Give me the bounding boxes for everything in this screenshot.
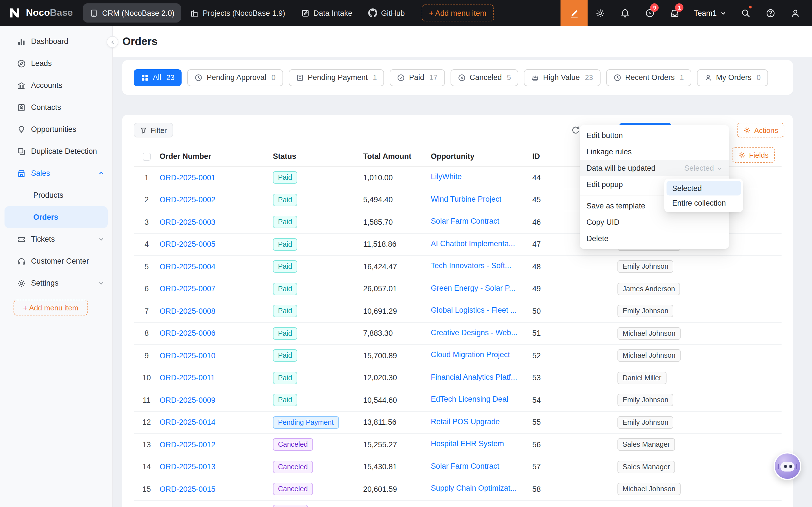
status-badge: Paid <box>273 394 297 406</box>
sidebar-item-accounts[interactable]: Accounts <box>0 74 112 96</box>
order-number-link[interactable]: ORD-2025-0001 <box>160 173 215 182</box>
menu-item-copy-uid[interactable]: Copy UID <box>580 214 729 230</box>
order-number-link[interactable]: ORD-2025-0007 <box>160 285 215 293</box>
opportunity-link[interactable]: Wind Turbine Project <box>431 195 502 203</box>
view-tab-recent-orders[interactable]: Recent Orders 1 <box>606 69 691 86</box>
opportunity-link[interactable]: LilyWhite <box>431 173 462 181</box>
sidebar-item-duplicate-detection[interactable]: Duplicate Detection <box>0 140 112 162</box>
opportunity-link[interactable]: EdTech Licensing Deal <box>431 395 508 404</box>
opportunity-link[interactable]: Supply Chain Optimizat... <box>431 484 517 493</box>
opportunity-link[interactable]: Global Logistics - Fleet ... <box>431 306 517 315</box>
order-number-link[interactable]: ORD-2025-0010 <box>160 351 215 360</box>
top-tab-github[interactable]: GitHub <box>361 3 412 22</box>
sidebar-item-tickets[interactable]: Tickets <box>0 228 112 250</box>
nocobase-logo[interactable]: NocoBase <box>0 6 83 20</box>
order-number-link[interactable]: ORD-2025-0008 <box>160 307 215 316</box>
row-index: 3 <box>134 218 160 226</box>
sidebar-item-leads[interactable]: Leads <box>0 52 112 74</box>
search-button[interactable] <box>733 0 758 26</box>
inbox-button[interactable]: 1 <box>662 0 687 26</box>
sidebar-item-opportunities[interactable]: Opportunities <box>0 118 112 140</box>
opportunity-link[interactable]: Cloud Migration Project <box>431 351 510 359</box>
bank-icon <box>17 81 26 90</box>
sidebar-item-contacts[interactable]: Contacts <box>0 96 112 118</box>
tasks-button[interactable]: 9 <box>638 0 662 26</box>
sidebar-item-orders[interactable]: Orders <box>4 206 108 228</box>
contact-card-icon <box>17 103 26 112</box>
opportunity-link[interactable]: AI Chatbot Implementa... <box>431 239 515 248</box>
dropdown-option-selected[interactable]: Selected <box>666 181 741 195</box>
view-tab-canceled[interactable]: Canceled 5 <box>451 69 518 86</box>
sidebar-item-customer-center[interactable]: Customer Center <box>0 250 112 272</box>
team-switcher[interactable]: Team1 <box>687 0 733 26</box>
filter-button[interactable]: Filter <box>134 123 173 137</box>
view-tab-paid[interactable]: Paid 17 <box>390 69 445 86</box>
opportunity-link[interactable]: Creative Designs - Web... <box>431 328 517 337</box>
sidebar-item-settings[interactable]: Settings <box>0 272 112 294</box>
status-badge: Paid <box>273 327 297 340</box>
view-tab-my-orders[interactable]: My Orders 0 <box>697 69 768 86</box>
menu-item-delete[interactable]: Delete <box>580 230 729 247</box>
order-number-link[interactable]: ORD-2025-0015 <box>160 485 215 494</box>
avatar-eye <box>790 465 792 468</box>
opportunity-link[interactable]: Tech Innovators - Soft... <box>431 262 511 270</box>
table-row: 11 ORD-2025-0009 Paid 10,544.60 EdTech L… <box>134 389 781 411</box>
id-cell: 48 <box>532 263 617 271</box>
order-number-link[interactable]: ORD-2025-0009 <box>160 396 215 404</box>
sidebar-add-menu-item-button[interactable]: + Add menu item <box>13 300 88 316</box>
order-number-link[interactable]: ORD-2025-0011 <box>160 374 215 382</box>
top-tab-data-intake[interactable]: Data Intake <box>294 3 359 22</box>
opportunity-link[interactable]: Green Energy - Solar P... <box>431 284 515 292</box>
id-cell: 58 <box>532 485 617 494</box>
add-menu-item-button[interactable]: + Add menu item <box>422 4 494 21</box>
data-updated-select[interactable]: Selected <box>684 164 722 172</box>
order-number-link[interactable]: ORD-2025-0003 <box>160 218 215 226</box>
top-tab-crm[interactable]: CRM (NocoBase 2.0) <box>83 3 181 22</box>
status-badge: Paid <box>273 305 297 318</box>
actions-config-button[interactable]: Actions <box>737 123 784 137</box>
order-number-link[interactable]: ORD-2025-0004 <box>160 263 215 271</box>
help-button[interactable] <box>758 0 783 26</box>
menu-item-linkage-rules[interactable]: Linkage rules <box>580 144 729 160</box>
order-number-link[interactable]: ORD-2025-0005 <box>160 240 215 249</box>
opportunity-link[interactable]: Retail POS Upgrade <box>431 417 500 426</box>
logo-text-base: Base <box>50 7 73 18</box>
top-tab-projects[interactable]: Projects (NocoBase 1.9) <box>184 3 292 22</box>
view-tab-pending-approval[interactable]: Pending Approval 0 <box>188 69 283 86</box>
opportunity-link[interactable]: Financial Analytics Platf... <box>431 373 517 381</box>
order-number-link[interactable]: ORD-2025-0012 <box>160 441 215 449</box>
select-all-checkbox[interactable] <box>143 152 151 160</box>
plugin-settings-button[interactable] <box>588 0 613 26</box>
notifications-button[interactable] <box>613 0 638 26</box>
opportunity-link[interactable]: Hospital EHR System <box>431 440 504 448</box>
table-row <box>134 501 781 507</box>
tasks-badge: 9 <box>651 3 659 12</box>
user-icon <box>790 8 800 18</box>
assistant-avatar[interactable] <box>774 452 801 480</box>
view-tab-count: 23 <box>585 73 593 82</box>
row-index: 12 <box>134 418 160 427</box>
row-index: 1 <box>134 173 160 182</box>
menu-item-data-will-be-updated[interactable]: Data will be updated Selected <box>580 160 729 176</box>
order-number-link[interactable]: ORD-2025-0002 <box>160 196 215 204</box>
view-tab-all[interactable]: All 23 <box>134 69 182 86</box>
dropdown-option-entire-collection[interactable]: Entire collection <box>666 195 741 210</box>
ui-editor-toggle-button[interactable] <box>561 0 588 26</box>
order-number-link[interactable]: ORD-2025-0006 <box>160 329 215 338</box>
sidebar-item-sales[interactable]: Sales <box>0 162 112 184</box>
view-tab-high-value[interactable]: High Value 23 <box>524 69 600 86</box>
owner-tag: Sales Manager <box>617 461 675 473</box>
row-index: 9 <box>134 351 160 360</box>
order-number-link[interactable]: ORD-2025-0014 <box>160 418 215 427</box>
view-tab-pending-payment[interactable]: Pending Payment 1 <box>289 69 384 86</box>
sidebar-collapse-button[interactable] <box>107 36 118 48</box>
sidebar-item-dashboard[interactable]: Dashboard <box>0 31 112 52</box>
order-number-link[interactable]: ORD-2025-0013 <box>160 463 215 471</box>
opportunity-link[interactable]: Solar Farm Contract <box>431 462 499 470</box>
opportunity-link[interactable]: Solar Farm Contract <box>431 217 499 226</box>
fields-config-button[interactable]: Fields <box>732 147 775 163</box>
sidebar-item-products[interactable]: Products <box>0 184 112 206</box>
menu-item-edit-button[interactable]: Edit button <box>580 127 729 144</box>
grid-icon <box>141 73 149 81</box>
user-menu-button[interactable] <box>783 0 808 26</box>
